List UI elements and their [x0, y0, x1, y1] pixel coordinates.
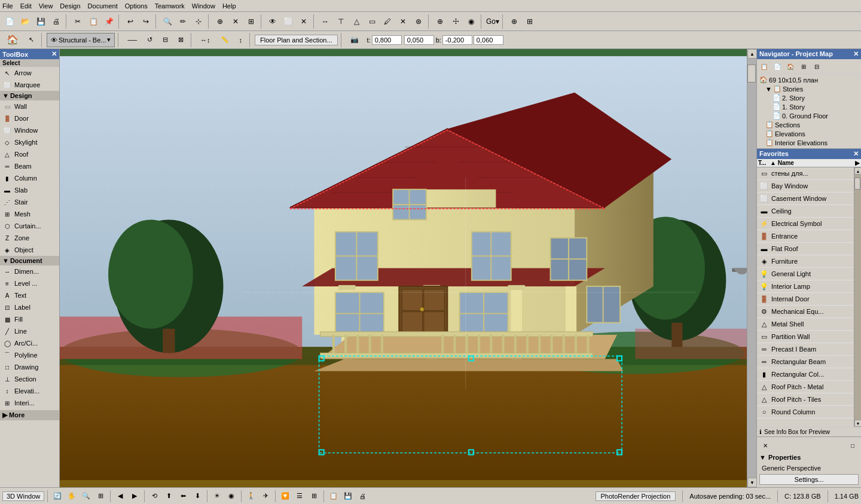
toolbox-section[interactable]: ⊥ Section	[0, 373, 59, 385]
delete-btn[interactable]: ✕	[396, 14, 410, 29]
toolbox-skylight[interactable]: ◇ Skylight	[0, 136, 59, 148]
fav-scroll-down[interactable]: ▼	[854, 420, 861, 427]
element-btn[interactable]: ↔	[318, 14, 332, 29]
nav-story-1[interactable]: 📄 1. Story	[758, 102, 860, 111]
close-view-btn[interactable]: ✕	[297, 14, 311, 29]
fav-item-casement[interactable]: ⬜ Casement Window	[757, 193, 854, 205]
line-type-btn[interactable]: ──	[123, 33, 141, 47]
nav-detail-btn[interactable]: ⊞	[798, 60, 810, 72]
toolbox-arc[interactable]: ◯ Arc/Ci...	[0, 337, 59, 349]
fav-scroll-track[interactable]	[854, 175, 861, 420]
fav-item-entrance[interactable]: 🚪 Entrance	[757, 230, 854, 243]
bt-fly-btn[interactable]: ✈	[259, 490, 272, 503]
toolbox-column[interactable]: ▮ Column	[0, 172, 59, 184]
bt-print-view-btn[interactable]: 🖨	[356, 490, 369, 503]
wall-btn[interactable]: ▭	[365, 14, 379, 29]
snap-btn[interactable]: ⊕	[213, 14, 227, 29]
fav-item-rect-col[interactable]: ▮ Rectangular Col...	[757, 368, 854, 381]
copy-btn[interactable]: 📋	[86, 14, 100, 29]
bt-filter-btn[interactable]: 🔽	[279, 490, 292, 503]
coord2-input[interactable]	[474, 35, 503, 45]
fav-item-interior-lamp[interactable]: 💡 Interior Lamp	[757, 280, 854, 293]
toolbox-arrow[interactable]: ↖ Arrow	[0, 67, 59, 79]
3d-view-btn[interactable]: 🏠	[2, 33, 23, 47]
view-btn[interactable]: 👁	[265, 14, 280, 29]
pen-btn[interactable]: 🖊	[380, 14, 395, 29]
fav-item-rect-beam[interactable]: ═ Rectangular Beam	[757, 356, 854, 368]
scroll-thumb[interactable]	[747, 65, 756, 83]
fav-item-roof-metal[interactable]: △ Roof Pitch - Metal	[757, 381, 854, 393]
coord-input[interactable]	[404, 35, 434, 45]
pencil-btn[interactable]: ✏	[176, 14, 190, 29]
bt-zoom-btn[interactable]: 🔍	[80, 490, 93, 503]
help2-btn[interactable]: ⊞	[523, 14, 537, 29]
fav-item-general-light[interactable]: 💡 General Light	[757, 268, 854, 280]
pan-btn[interactable]: ☩	[448, 14, 463, 29]
new-btn[interactable]: 📄	[2, 14, 17, 29]
fav-item-bay-window[interactable]: ⬜ Bay Window	[757, 180, 854, 193]
bt-render-btn[interactable]: ◉	[225, 490, 238, 503]
toolbox-zone[interactable]: Z Zone	[0, 232, 59, 244]
rotate-btn[interactable]: ↺	[143, 33, 157, 47]
fav-item-partition[interactable]: ▭ Partition Wall	[757, 331, 854, 343]
3d-viewport[interactable]: ▲ ▼	[60, 49, 756, 487]
menu-help[interactable]: Help	[222, 2, 236, 10]
settings-button[interactable]: Settings...	[759, 474, 859, 485]
bt-orbit-btn[interactable]: 🔄	[51, 490, 64, 503]
menu-teamwork[interactable]: Teamwork	[155, 2, 185, 10]
toolbox-mesh[interactable]: ⊞ Mesh	[0, 208, 59, 220]
prop-close-btn[interactable]: ✕	[759, 439, 771, 451]
scroll-up-btn[interactable]: ▲	[747, 49, 756, 59]
story-btn[interactable]: ⊤	[334, 14, 348, 29]
bt-side-btn[interactable]: ⬇	[191, 490, 204, 503]
move-btn[interactable]: ↕	[235, 33, 247, 47]
toolbox-polyline[interactable]: ⌒ Polyline	[0, 349, 59, 361]
goto-btn[interactable]: Go▾	[486, 14, 500, 29]
guide-btn[interactable]: ⊞	[244, 14, 258, 29]
roof-btn[interactable]: △	[349, 14, 364, 29]
bt-next-view-btn[interactable]: ▶	[128, 490, 141, 503]
more-section[interactable]: ▶ More	[0, 410, 59, 420]
orbit-btn[interactable]: ◉	[464, 14, 478, 29]
bt-save-view-btn[interactable]: 💾	[341, 490, 355, 503]
fav-item-steny[interactable]: ▭ стены для...	[757, 167, 854, 180]
save-btn[interactable]: 💾	[33, 14, 48, 29]
fav-item-roof-tiles[interactable]: △ Roof Pitch - Tiles	[757, 393, 854, 406]
toolbox-close-icon[interactable]: ✕	[51, 50, 57, 58]
toolbox-roof[interactable]: △ Roof	[0, 148, 59, 160]
canvas-vscrollbar[interactable]: ▲ ▼	[747, 49, 756, 487]
favorites-scrollbar[interactable]: ▲ ▼	[854, 167, 861, 427]
cut-btn[interactable]: ✂	[71, 14, 85, 29]
3d-btn[interactable]: ⬜	[281, 14, 295, 29]
bt-layers-btn[interactable]: ☰	[293, 490, 306, 503]
nav-stories[interactable]: ▼ 📋 Stories	[758, 84, 860, 93]
undo-btn[interactable]: ↩	[123, 14, 138, 29]
nav-section-btn[interactable]: 📄	[771, 60, 783, 72]
nav-project-root[interactable]: 🏠 69 10x10,5 план	[758, 75, 860, 84]
fav-item-ceiling[interactable]: ▬ Ceiling	[757, 205, 854, 218]
fav-item-electrical[interactable]: ⚡ Electrical Symbol	[757, 218, 854, 230]
toolbox-elevation[interactable]: ↕ Elevati...	[0, 385, 59, 397]
toolbox-window[interactable]: ⬜ Window	[0, 124, 59, 136]
mirror-btn[interactable]: ⊟	[158, 33, 172, 47]
nav-story-2[interactable]: 📄 2. Story	[758, 93, 860, 102]
teamwork-btn[interactable]: ⊕	[507, 14, 521, 29]
open-btn[interactable]: 📂	[18, 14, 32, 29]
flip-btn[interactable]: ⊠	[174, 33, 188, 47]
favorites-close-icon[interactable]: ✕	[853, 150, 859, 158]
fav-scroll-thumb[interactable]	[854, 178, 860, 190]
fav-item-precast[interactable]: ═ Precast I Beam	[757, 343, 854, 356]
b-input[interactable]	[442, 35, 472, 45]
toolbox-curtain[interactable]: ⬡ Curtain...	[0, 220, 59, 232]
nav-sections[interactable]: 📋 Sections	[758, 120, 860, 129]
toolbox-slab[interactable]: ▬ Slab	[0, 184, 59, 196]
menu-document[interactable]: Document	[88, 2, 118, 10]
toolbox-label[interactable]: ⊡ Label	[0, 301, 59, 313]
toolbox-door[interactable]: 🚪 Door	[0, 112, 59, 124]
fav-item-round-col[interactable]: ○ Round Column	[757, 406, 854, 419]
toolbox-text[interactable]: A Text	[0, 289, 59, 301]
toolbox-wall[interactable]: ▭ Wall	[0, 100, 59, 112]
menu-file[interactable]: File	[2, 2, 13, 10]
zoom-in-btn[interactable]: ⊕	[433, 14, 447, 29]
toolbox-interior[interactable]: ⊞ Interi...	[0, 397, 59, 409]
